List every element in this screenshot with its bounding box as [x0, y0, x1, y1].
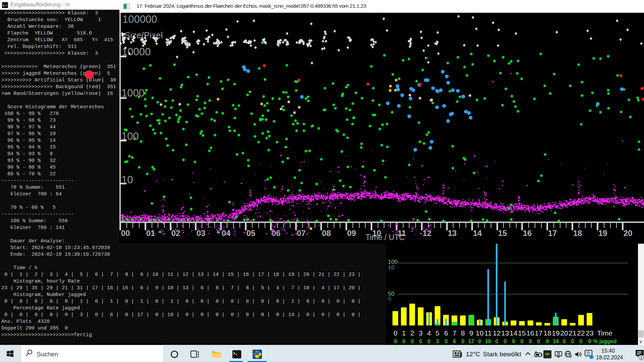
svg-text:0: 0 [563, 339, 566, 344]
svg-text:20: 20 [560, 329, 568, 337]
svg-text:1000: 1000 [121, 87, 145, 99]
svg-text:19: 19 [552, 329, 559, 337]
svg-text:100000: 100000 [122, 13, 157, 25]
svg-text:7: 7 [452, 329, 457, 337]
svg-text:0: 0 [495, 339, 498, 344]
svg-text:0: 0 [393, 329, 397, 337]
svg-text:100: 100 [121, 130, 139, 142]
svg-text:0: 0 [512, 339, 515, 344]
svg-text:21: 21 [569, 329, 576, 337]
svg-text:13: 13 [501, 329, 509, 337]
svg-text:6: 6 [444, 329, 448, 337]
svg-text:0: 0 [546, 339, 549, 344]
svg-text:4: 4 [427, 329, 431, 337]
svg-text:2: 2 [410, 329, 414, 337]
svg-text:1: 1 [640, 355, 642, 360]
svg-text:0: 0 [537, 339, 540, 344]
svg-text:10: 10 [388, 264, 394, 271]
svg-text:23: 23 [586, 329, 593, 337]
svg-text:15: 15 [518, 329, 526, 337]
svg-text:8: 8 [461, 329, 465, 337]
svg-text:07: 07 [297, 229, 306, 238]
svg-text:3: 3 [436, 339, 439, 344]
svg-text:0: 0 [588, 339, 591, 344]
svg-text:20: 20 [624, 229, 633, 238]
svg-text:18: 18 [543, 329, 551, 337]
svg-text:0: 0 [504, 339, 507, 344]
svg-text:16: 16 [523, 229, 532, 238]
svg-text:0: 0 [419, 339, 422, 344]
svg-text:0: 0 [478, 339, 481, 344]
svg-text:0: 0 [580, 339, 583, 344]
svg-text:22: 22 [577, 329, 585, 337]
svg-text:08: 08 [322, 229, 331, 238]
svg-text:03: 03 [197, 229, 206, 238]
svg-text:% jagged: % jagged [593, 339, 616, 344]
svg-text:17: 17 [548, 229, 557, 238]
svg-text:0: 0 [428, 339, 431, 344]
svg-text:Time: Time [597, 329, 612, 337]
svg-text:9: 9 [469, 329, 473, 337]
svg-text:17: 17 [535, 329, 542, 337]
svg-text:10: 10 [485, 339, 491, 344]
svg-text:0: 0 [521, 339, 524, 344]
svg-text:12: 12 [423, 229, 432, 238]
svg-text:16: 16 [526, 329, 534, 337]
svg-text:14: 14 [473, 229, 482, 238]
svg-text:19: 19 [598, 229, 607, 238]
svg-text:0: 0 [462, 339, 465, 344]
svg-text:0: 0 [529, 339, 532, 344]
svg-text:13: 13 [448, 229, 457, 238]
svg-text:17: 17 [468, 339, 474, 344]
svg-text:15: 15 [498, 229, 507, 238]
svg-text:10: 10 [476, 329, 483, 337]
svg-text:0: 0 [394, 339, 397, 344]
svg-text:0: 0 [445, 339, 448, 344]
svg-text:5: 5 [388, 296, 391, 302]
svg-text:0: 0 [402, 339, 406, 344]
svg-text:6: 6 [453, 339, 456, 344]
svg-text:14: 14 [509, 329, 518, 337]
svg-text:09: 09 [347, 229, 356, 238]
svg-text:3: 3 [419, 329, 423, 337]
svg-text:14: 14 [553, 339, 559, 344]
svg-text:04: 04 [222, 229, 231, 238]
svg-text:00: 00 [121, 229, 130, 238]
svg-text:18: 18 [573, 229, 582, 238]
svg-text:5: 5 [435, 329, 439, 337]
svg-text:1: 1 [402, 329, 406, 337]
svg-text:C:\: C:\ [3, 4, 8, 7]
svg-text:11: 11 [484, 329, 492, 337]
svg-text:Time / UTC: Time / UTC [366, 233, 405, 242]
svg-text:10: 10 [121, 174, 133, 186]
svg-text:12: 12 [493, 329, 500, 337]
svg-text:0: 0 [411, 339, 414, 344]
svg-text:0: 0 [571, 339, 574, 344]
